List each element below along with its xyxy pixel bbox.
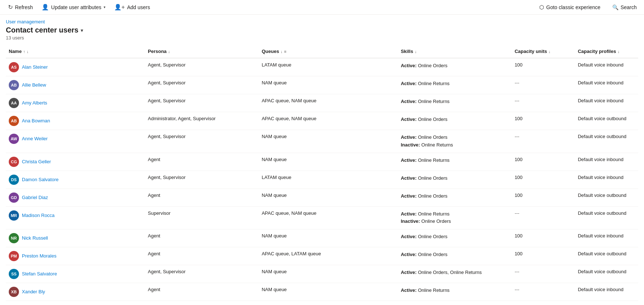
name-cell: ASAlan Steiner	[9, 62, 142, 72]
col-header-name[interactable]: Name ↑ ↓	[6, 45, 145, 58]
col-header-queues[interactable]: Queues ↓ ≡	[259, 45, 398, 58]
user-name-link[interactable]: Alan Steiner	[22, 62, 48, 72]
user-name-link[interactable]: Madison Rocca	[22, 210, 55, 221]
capacity-units-cell: ---	[512, 206, 575, 229]
queues-cell: NAM queue	[259, 188, 398, 206]
persona-cell: Agent, Supervisor	[145, 76, 259, 94]
table-row: CGChrista GellerAgentNAM queueActive: On…	[6, 153, 638, 171]
user-name-link[interactable]: Gabriel Diaz	[22, 192, 48, 203]
update-user-attributes-button[interactable]: 👤 Update user attributes ▾	[38, 2, 109, 12]
skills-cell: Active: Online Orders	[398, 247, 512, 265]
capacity-profiles-cell: Default voice inbound	[575, 229, 638, 247]
users-table-container: Name ↑ ↓ Persona ↓ Queues ↓ ≡	[0, 45, 644, 301]
col-header-persona[interactable]: Persona ↓	[145, 45, 259, 58]
name-cell: AWAnne Weiler	[9, 134, 142, 144]
capacity-profiles-cell: Default voice inbound	[575, 153, 638, 171]
name-cell: CGChrista Geller	[9, 157, 142, 167]
goto-classic-button[interactable]: ⬡ Goto classic experience	[536, 3, 603, 12]
table-row: ASAlan SteinerAgent, SupervisorLATAM que…	[6, 58, 638, 76]
name-cell: GDGabriel Diaz	[9, 192, 142, 203]
capacity-units-cell: 100	[512, 229, 575, 247]
toolbar: ↻ Refresh 👤 Update user attributes ▾ 👤+ …	[0, 0, 644, 15]
capacity-units-cell: ---	[512, 130, 575, 153]
persona-cell: Agent, Supervisor	[145, 171, 259, 188]
user-edit-icon: 👤	[42, 4, 49, 11]
capacity-units-cell: 100	[512, 112, 575, 130]
persona-cell: Agent	[145, 283, 259, 301]
queues-cell: NAM queue	[259, 283, 398, 301]
table-row: AAAmy AlbertsAgent, SupervisorAPAC queue…	[6, 94, 638, 112]
capacity-profiles-cell: Default voice inbound	[575, 171, 638, 188]
search-label: Search	[621, 4, 637, 10]
capacity-units-cell: ---	[512, 76, 575, 94]
skills-cell: Active: Online Orders	[398, 112, 512, 130]
capacity-units-cell: 100	[512, 247, 575, 265]
table-body: ASAlan SteinerAgent, SupervisorLATAM que…	[6, 58, 638, 301]
title-chevron-down-icon[interactable]: ▾	[81, 27, 83, 33]
name-cell: SSStefan Salvatore	[9, 269, 142, 279]
capacity-profiles-cell: Default voice outbound	[575, 206, 638, 229]
user-name-link[interactable]: Amy Alberts	[22, 98, 47, 108]
queues-filter-icon[interactable]: ≡	[284, 49, 286, 54]
table-row: ABAllie BellewAgent, SupervisorNAM queue…	[6, 76, 638, 94]
update-label: Update user attributes	[51, 4, 101, 10]
table-row: XBXander BlyAgentNAM queueActive: Online…	[6, 283, 638, 301]
name-cell: MRMadison Rocca	[9, 210, 142, 221]
skills-cell: Active: Online Orders, Online Returns	[398, 265, 512, 283]
name-cell: AAAmy Alberts	[9, 98, 142, 108]
refresh-label: Refresh	[15, 4, 33, 10]
capacity-profiles-cell: Default voice outbound	[575, 265, 638, 283]
name-cell: ABAna Bowman	[9, 116, 142, 126]
avatar: AB	[9, 116, 19, 126]
table-row: MRMadison RoccaSupervisorAPAC queue, NAM…	[6, 206, 638, 229]
add-user-icon: 👤+	[114, 4, 125, 11]
user-name-link[interactable]: Christa Geller	[22, 157, 51, 167]
user-name-link[interactable]: Allie Bellew	[22, 80, 46, 90]
search-button[interactable]: 🔍 Search	[609, 3, 640, 12]
avatar: AS	[9, 62, 19, 72]
user-name-link[interactable]: Preston Morales	[22, 251, 57, 261]
queues-cell: APAC queue, NAM queue	[259, 94, 398, 112]
avatar: MR	[9, 210, 19, 221]
user-name-link[interactable]: Nick Russell	[22, 233, 48, 243]
skills-cell: Active: Online Orders	[398, 188, 512, 206]
capacity-profiles-cell: Default voice outbound	[575, 188, 638, 206]
col-header-skills[interactable]: Skills ↓	[398, 45, 512, 58]
capacity-units-cell: 100	[512, 58, 575, 76]
capacity-profiles-cell: Default voice inbound	[575, 94, 638, 112]
capacity-sort-icon: ↓	[548, 49, 551, 54]
queues-cell: NAM queue	[259, 130, 398, 153]
capacity-units-cell: 100	[512, 153, 575, 171]
persona-cell: Agent, Supervisor	[145, 130, 259, 153]
capacity-units-cell: ---	[512, 265, 575, 283]
name-cell: PMPreston Morales	[9, 251, 142, 261]
table-row: DSDamon SalvatoreAgent, SupervisorLATAM …	[6, 171, 638, 188]
avatar: AA	[9, 98, 19, 108]
user-name-link[interactable]: Damon Salvatore	[22, 175, 58, 185]
table-row: ABAna BowmanAdministrator, Agent, Superv…	[6, 112, 638, 130]
table-row: NRNick RussellAgentNAM queueActive: Onli…	[6, 229, 638, 247]
user-name-link[interactable]: Stefan Salvatore	[22, 269, 57, 279]
col-header-capacity-profiles[interactable]: Capacity profiles ↓	[575, 45, 638, 58]
capacity-units-cell: 100	[512, 171, 575, 188]
user-name-link[interactable]: Xander Bly	[22, 287, 45, 297]
persona-cell: Agent	[145, 229, 259, 247]
sort-desc-icon: ↓	[27, 49, 29, 54]
persona-cell: Agent, Supervisor	[145, 94, 259, 112]
persona-sort-icon: ↓	[168, 49, 170, 54]
page-header: User management Contact center users ▾ 1…	[0, 15, 644, 45]
capacity-profiles-cell: Default voice inbound	[575, 283, 638, 301]
table-row: AWAnne WeilerAgent, SupervisorNAM queueA…	[6, 130, 638, 153]
avatar: PM	[9, 251, 19, 261]
col-header-capacity-units[interactable]: Capacity units ↓	[512, 45, 575, 58]
user-name-link[interactable]: Anne Weiler	[22, 134, 48, 144]
avatar: AW	[9, 134, 19, 144]
add-users-button[interactable]: 👤+ Add users	[111, 2, 154, 12]
refresh-button[interactable]: ↻ Refresh	[4, 2, 36, 12]
user-name-link[interactable]: Ana Bowman	[22, 116, 50, 126]
skills-cell: Active: Online Orders	[398, 229, 512, 247]
breadcrumb[interactable]: User management	[6, 19, 638, 24]
persona-cell: Agent	[145, 247, 259, 265]
persona-cell: Agent	[145, 188, 259, 206]
persona-cell: Supervisor	[145, 206, 259, 229]
